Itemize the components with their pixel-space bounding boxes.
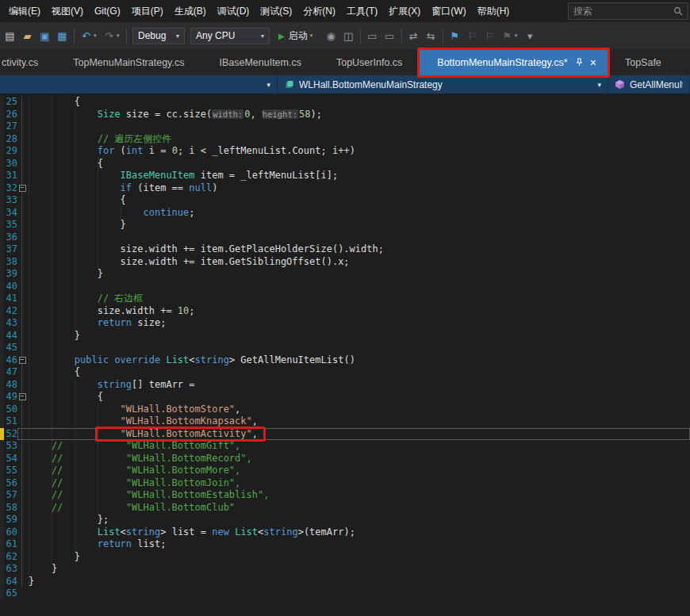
tab[interactable]: ctivity.cs — [0, 49, 56, 75]
tab[interactable]: IBaseMenuItem.cs — [201, 49, 319, 75]
redo-icon[interactable]: ↷ — [101, 27, 117, 44]
code-line[interactable]: 36 — [0, 231, 690, 244]
attach-process-icon[interactable]: ◉ — [323, 27, 339, 44]
code-line[interactable]: 59 }; — [0, 514, 690, 526]
fold-collapse-icon[interactable]: − — [17, 354, 27, 367]
menu-item[interactable]: 窗口(W) — [426, 0, 471, 22]
code-line[interactable]: 39 } — [0, 268, 690, 281]
menu-item[interactable]: 测试(S) — [255, 0, 297, 22]
code-line[interactable]: 29 for (int i = 0; i < _leftMenuList.Cou… — [0, 145, 690, 158]
code-line[interactable]: 57 // "WLHall.BottomEstablish", — [0, 489, 690, 502]
fold-collapse-icon[interactable]: − — [17, 391, 27, 404]
menu-item[interactable]: 帮助(H) — [472, 0, 516, 22]
fold-collapse-icon[interactable]: − — [17, 182, 27, 195]
find-in-files-icon[interactable]: ▭ — [364, 27, 381, 44]
prev-bookmark-icon[interactable]: ⚐ — [464, 27, 481, 44]
code-line[interactable]: 44 } — [0, 330, 690, 342]
menu-item[interactable]: 扩展(X) — [383, 0, 426, 22]
project-dropdown[interactable]: ▾ — [0, 75, 278, 94]
tab[interactable]: TopUserInfo.cs — [319, 49, 420, 75]
code-line[interactable]: 55 // "WLHall.BottomMore", — [0, 465, 690, 477]
code-line[interactable]: 50 "WLHall.BottomStore", — [0, 404, 690, 416]
code-line[interactable]: 53 // "WLHall.BottomGift", — [0, 440, 690, 453]
test-explorer-icon[interactable]: ◫ — [340, 27, 357, 44]
code-line[interactable]: 58 // "WLHall.BottomClub" — [0, 502, 690, 515]
code-line[interactable]: 32− if (item == null) — [0, 182, 690, 195]
code-line[interactable]: 35 } — [0, 219, 690, 231]
type-dropdown-label: WLHall.BottomMenuMainStrategy — [299, 79, 443, 90]
type-dropdown[interactable]: WLHall.BottomMenuMainStrategy ▾ — [278, 75, 608, 94]
save-icon[interactable]: ▣ — [36, 27, 53, 44]
code-line[interactable]: 56 // "WLHall.BottomJoin", — [0, 477, 690, 490]
menu-item[interactable]: 项目(P) — [126, 0, 169, 22]
tab[interactable]: TopMenuMainStrategy.cs — [56, 49, 201, 75]
code-line[interactable]: 63 } — [0, 563, 690, 576]
toolbar-overflow-icon[interactable]: ▾ — [522, 27, 539, 44]
search-icon[interactable] — [673, 6, 683, 16]
solution-explorer-icon[interactable]: ▭ — [381, 27, 398, 44]
search-box[interactable]: 搜索 — [568, 2, 688, 20]
code-line[interactable]: 49− { — [0, 391, 690, 404]
close-icon[interactable]: × — [590, 57, 596, 68]
save-all-icon[interactable]: ▦ — [54, 27, 71, 44]
pin-icon[interactable] — [575, 58, 584, 67]
line-number: 56 — [4, 477, 17, 490]
code-line[interactable]: 26 Size size = cc.size(width:0, height:5… — [0, 109, 690, 121]
member-dropdown[interactable]: GetAllMenuIte — [608, 75, 690, 94]
code-line[interactable]: 61 return list; — [0, 538, 690, 551]
code-line[interactable]: 28 // 遍历左侧控件 — [0, 133, 690, 146]
clear-bookmarks-icon[interactable]: ⚑ — [499, 27, 516, 44]
code-line[interactable]: 31 IBaseMenuItem item = _leftMenuList[i]… — [0, 170, 690, 182]
code-line[interactable]: 38 size.width += item.GetSiblingOffset()… — [0, 256, 690, 269]
platform-dropdown[interactable]: Any CPU▾ — [190, 28, 270, 44]
menu-item[interactable]: 视图(V) — [46, 0, 89, 22]
code-line[interactable]: 27 — [0, 121, 690, 133]
code-line[interactable]: 54 // "WLHall.BottomRecord", — [0, 453, 690, 465]
navigate-back-icon[interactable]: ⇄ — [405, 27, 422, 44]
start-debug-button[interactable]: ▶启动▾ — [273, 27, 322, 44]
menu-item[interactable]: 调试(D) — [212, 0, 255, 22]
code-line[interactable]: 42 size.width += 10; — [0, 305, 690, 318]
menu-item[interactable]: 工具(T) — [341, 0, 383, 22]
chevron-down-icon[interactable]: ▾ — [94, 33, 100, 39]
code-line[interactable]: 37 size.width += item.GetPlaceHolderSize… — [0, 243, 690, 256]
bookmark-icon[interactable]: ⚑ — [447, 27, 463, 44]
code-line[interactable]: 30 { — [0, 158, 690, 170]
open-file-icon[interactable]: ▰ — [19, 27, 36, 44]
tab[interactable]: TopSafe — [608, 49, 679, 75]
navigate-forward-icon[interactable]: ⇆ — [423, 27, 439, 44]
code-line[interactable]: 25 { — [0, 96, 690, 109]
code-line[interactable]: 43 return size; — [0, 317, 690, 330]
code-line[interactable]: 48 string[] temArr = — [0, 379, 690, 392]
menu-item[interactable]: 生成(B) — [169, 0, 212, 22]
code-line[interactable]: 51 "WLHall.BottomKnapsack", — [0, 415, 690, 428]
code-editor[interactable]: 25 {26 Size size = cc.size(width:0, heig… — [0, 94, 690, 616]
code-line[interactable]: 45 — [0, 342, 690, 354]
code-line[interactable]: 33 { — [0, 194, 690, 207]
menu-item[interactable]: 编辑(E) — [3, 0, 46, 22]
chevron-down-icon[interactable]: ▾ — [117, 33, 123, 39]
menu-item[interactable]: 分析(N) — [297, 0, 341, 22]
code-line[interactable]: 40 — [0, 281, 690, 293]
line-number: 35 — [4, 219, 17, 231]
code-text: string[] temArr = — [27, 379, 690, 392]
code-text: } — [27, 219, 690, 231]
code-line[interactable]: 47 { — [0, 366, 690, 379]
code-line[interactable]: 34 continue; — [0, 207, 690, 220]
code-line[interactable]: 52 "WLHall.BottomActivity", — [0, 428, 690, 441]
code-text: Size size = cc.size(width:0, height:58); — [27, 109, 690, 121]
code-line[interactable]: 41 // 右边框 — [0, 293, 690, 305]
code-line[interactable]: 46− public override List<string> GetAllM… — [0, 354, 690, 367]
new-project-icon[interactable]: ▤ — [2, 27, 18, 44]
next-bookmark-icon[interactable]: ⚐ — [481, 27, 498, 44]
chevron-down-icon[interactable]: ▾ — [515, 33, 521, 39]
code-line[interactable]: 65 — [0, 587, 690, 600]
tab[interactable]: BottomMenuMainStrategy.cs*× — [420, 49, 608, 75]
menu-item[interactable]: Git(G) — [89, 0, 126, 22]
code-line[interactable]: 60 List<string> list = new List<string>(… — [0, 526, 690, 539]
code-text: } — [27, 268, 690, 281]
code-line[interactable]: 64} — [0, 576, 690, 588]
debug-config-dropdown[interactable]: Debug▾ — [132, 28, 185, 44]
undo-icon[interactable]: ↶ — [78, 27, 94, 44]
code-line[interactable]: 62 } — [0, 551, 690, 564]
